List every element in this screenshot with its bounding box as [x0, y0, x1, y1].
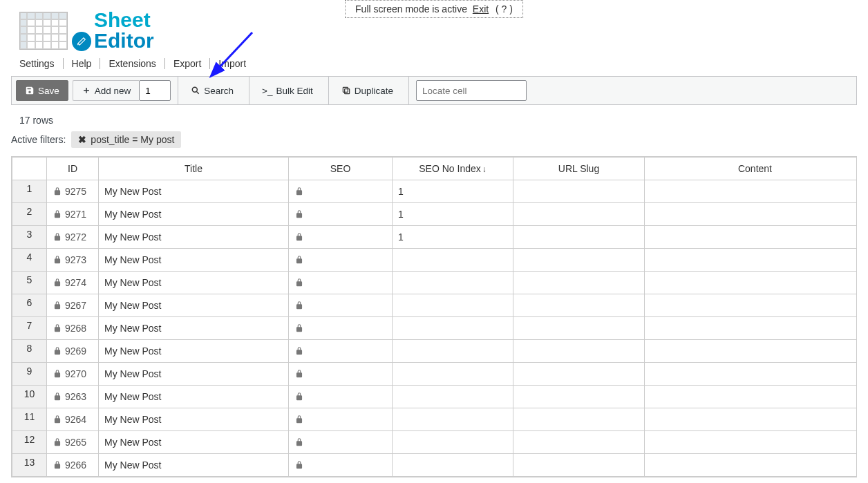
row-header[interactable]: 11 — [12, 408, 47, 431]
cell-slug[interactable] — [513, 272, 645, 294]
cell-noindex[interactable] — [393, 431, 513, 454]
col-header-title[interactable]: Title — [99, 158, 289, 180]
cell-id[interactable]: 9271 — [47, 203, 99, 226]
save-button[interactable]: Save — [16, 80, 68, 101]
row-header[interactable]: 6 — [12, 294, 47, 317]
cell-seo[interactable] — [289, 180, 393, 203]
cell-id[interactable]: 9264 — [47, 408, 99, 431]
cell-id[interactable]: 9272 — [47, 226, 99, 249]
cell-noindex[interactable] — [393, 363, 513, 386]
cell-id[interactable]: 9275 — [47, 180, 99, 203]
cell-slug[interactable] — [513, 203, 645, 226]
cell-seo[interactable] — [289, 454, 393, 477]
cell-content[interactable] — [645, 408, 858, 431]
table-row[interactable]: 79268My New Post2 — [12, 317, 858, 340]
search-button[interactable]: Search — [182, 80, 242, 101]
table-row[interactable]: 39272My New Post12 — [12, 226, 858, 249]
cell-id[interactable]: 9269 — [47, 340, 99, 363]
row-header[interactable]: 10 — [12, 386, 47, 408]
cell-title[interactable]: My New Post — [99, 408, 289, 431]
row-header[interactable]: 4 — [12, 249, 47, 272]
cell-title[interactable]: My New Post — [99, 294, 289, 317]
cell-slug[interactable] — [513, 454, 645, 477]
fullscreen-help-link[interactable]: ( ? ) — [496, 3, 513, 15]
col-header-noindex[interactable]: SEO No Index↓ — [393, 158, 513, 180]
bulk-edit-button[interactable]: >_Bulk Edit — [254, 80, 321, 101]
cell-slug[interactable] — [513, 386, 645, 408]
cell-title[interactable]: My New Post — [99, 317, 289, 340]
menu-extensions[interactable]: Extensions — [100, 58, 164, 69]
cell-title[interactable]: My New Post — [99, 431, 289, 454]
row-header[interactable]: 13 — [12, 454, 47, 477]
cell-noindex[interactable] — [393, 272, 513, 294]
table-row[interactable]: 19275My New Post12 — [12, 180, 858, 203]
row-header[interactable]: 3 — [12, 226, 47, 249]
cell-id[interactable]: 9268 — [47, 317, 99, 340]
cell-title[interactable]: My New Post — [99, 203, 289, 226]
cell-content[interactable] — [645, 431, 858, 454]
add-new-button[interactable]: ＋Add new — [73, 80, 140, 101]
table-row[interactable]: 119264My New Post2 — [12, 408, 858, 431]
col-header-seo[interactable]: SEO — [289, 158, 393, 180]
filter-chip[interactable]: ✖ post_title = My post — [71, 131, 181, 148]
spreadsheet[interactable]: ID Title SEO SEO No Index↓ URL Slug Cont… — [11, 156, 857, 477]
cell-content[interactable] — [645, 249, 858, 272]
cell-content[interactable] — [645, 294, 858, 317]
add-qty-input[interactable] — [139, 80, 171, 101]
exit-fullscreen-link[interactable]: Exit — [473, 3, 489, 15]
cell-title[interactable]: My New Post — [99, 340, 289, 363]
cell-title[interactable]: My New Post — [99, 363, 289, 386]
cell-noindex[interactable] — [393, 249, 513, 272]
duplicate-button[interactable]: Duplicate — [333, 80, 402, 101]
menu-settings[interactable]: Settings — [19, 58, 63, 69]
cell-seo[interactable] — [289, 363, 393, 386]
cell-seo[interactable] — [289, 431, 393, 454]
table-row[interactable]: 139266My New Post2 — [12, 454, 858, 477]
cell-title[interactable]: My New Post — [99, 272, 289, 294]
cell-seo[interactable] — [289, 294, 393, 317]
cell-seo[interactable] — [289, 226, 393, 249]
table-row[interactable]: 109263My New Post2 — [12, 386, 858, 408]
cell-slug[interactable] — [513, 249, 645, 272]
cell-noindex[interactable]: 1 — [393, 203, 513, 226]
cell-content[interactable] — [645, 272, 858, 294]
cell-slug[interactable] — [513, 226, 645, 249]
menu-export[interactable]: Export — [164, 58, 209, 69]
cell-content[interactable] — [645, 386, 858, 408]
cell-seo[interactable] — [289, 272, 393, 294]
cell-slug[interactable] — [513, 431, 645, 454]
col-header-id[interactable]: ID — [47, 158, 99, 180]
cell-content[interactable] — [645, 363, 858, 386]
cell-noindex[interactable] — [393, 454, 513, 477]
table-row[interactable]: 49273My New Post2 — [12, 249, 858, 272]
cell-id[interactable]: 9265 — [47, 431, 99, 454]
cell-slug[interactable] — [513, 363, 645, 386]
cell-title[interactable]: My New Post — [99, 454, 289, 477]
cell-noindex[interactable] — [393, 408, 513, 431]
cell-title[interactable]: My New Post — [99, 249, 289, 272]
cell-slug[interactable] — [513, 317, 645, 340]
cell-content[interactable] — [645, 203, 858, 226]
cell-slug[interactable] — [513, 340, 645, 363]
col-header-slug[interactable]: URL Slug — [513, 158, 645, 180]
cell-seo[interactable] — [289, 386, 393, 408]
col-header-content[interactable]: Content — [645, 158, 858, 180]
cell-id[interactable]: 9273 — [47, 249, 99, 272]
remove-filter-icon[interactable]: ✖ — [78, 134, 86, 145]
cell-seo[interactable] — [289, 340, 393, 363]
cell-noindex[interactable] — [393, 340, 513, 363]
cell-id[interactable]: 9263 — [47, 386, 99, 408]
cell-id[interactable]: 9270 — [47, 363, 99, 386]
cell-id[interactable]: 9266 — [47, 454, 99, 477]
cell-seo[interactable] — [289, 249, 393, 272]
cell-content[interactable] — [645, 454, 858, 477]
cell-slug[interactable] — [513, 180, 645, 203]
cell-seo[interactable] — [289, 317, 393, 340]
cell-seo[interactable] — [289, 203, 393, 226]
table-row[interactable]: 89269My New Post2 — [12, 340, 858, 363]
cell-noindex[interactable] — [393, 386, 513, 408]
row-header[interactable]: 8 — [12, 340, 47, 363]
table-row[interactable]: 99270My New Post2 — [12, 363, 858, 386]
table-row[interactable]: 29271My New Post12 — [12, 203, 858, 226]
cell-title[interactable]: My New Post — [99, 226, 289, 249]
